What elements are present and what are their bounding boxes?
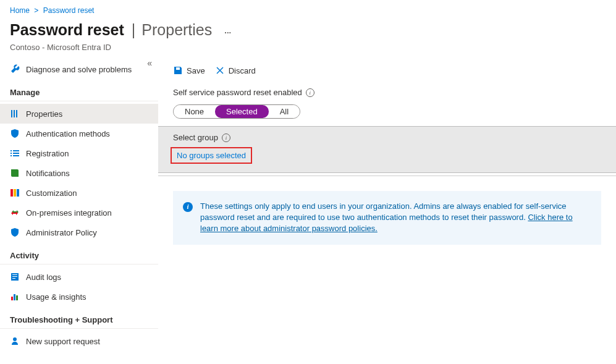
select-group-label-row: Select group i (158, 133, 616, 147)
sidebar-item-label: Diagnose and solve problems (26, 65, 132, 74)
select-group-panel: Select group i No groups selected (158, 126, 616, 173)
sidebar-item-label: Notifications (26, 169, 70, 178)
sidebar-item-usage[interactable]: Usage & insights (0, 287, 158, 307)
page-title: Password reset (10, 21, 124, 39)
page-section: Properties (141, 21, 212, 39)
sidebar-item-label: Properties (26, 109, 62, 119)
sidebar-item-label: New support request (26, 337, 100, 346)
main-content: Save Discard Self service password reset… (158, 59, 616, 351)
discard-button[interactable]: Discard (215, 66, 256, 75)
sidebar-item-label: On-premises integration (26, 208, 112, 218)
properties-icon (10, 109, 20, 119)
sidebar-item-label: Usage & insights (26, 292, 86, 302)
no-groups-highlight: No groups selected (171, 147, 252, 164)
sspr-enabled-label: Self service password reset enabled (173, 88, 302, 97)
sidebar-item-label: Registration (26, 149, 69, 158)
svg-rect-6 (12, 278, 15, 279)
svg-rect-2 (17, 189, 19, 197)
shield-icon (10, 227, 20, 237)
sidebar-item-audit-logs[interactable]: Audit logs (0, 267, 158, 287)
breadcrumb-home[interactable]: Home (10, 6, 30, 15)
svg-rect-0 (11, 189, 13, 197)
info-icon[interactable]: i (222, 133, 230, 142)
log-icon (10, 272, 20, 282)
sidebar-section-support: Troubleshooting + Support (0, 307, 158, 329)
save-icon (173, 66, 183, 75)
sidebar-item-properties[interactable]: Properties (0, 104, 158, 124)
chart-icon (10, 292, 20, 302)
svg-point-10 (13, 337, 17, 341)
sidebar-item-label: Customization (26, 188, 77, 198)
sspr-segmented-control: None Selected All (173, 104, 300, 119)
breadcrumb-separator: > (32, 6, 41, 15)
info-callout-text: These settings only apply to end users i… (200, 201, 567, 222)
toolbar: Save Discard (158, 59, 616, 84)
sidebar-item-onprem[interactable]: On-premises integration (0, 203, 158, 222)
more-actions-button[interactable]: ··· (224, 28, 231, 37)
info-callout: i These settings only apply to end users… (173, 191, 601, 245)
sidebar-item-new-support-request[interactable]: New support request (0, 331, 158, 351)
svg-rect-1 (14, 189, 16, 197)
sidebar-item-auth-methods[interactable]: Authentication methods (0, 124, 158, 143)
wrench-icon (10, 64, 20, 74)
sync-icon (10, 208, 20, 218)
sspr-enabled-label-row: Self service password reset enabled i (158, 84, 616, 103)
svg-rect-9 (16, 295, 18, 300)
sidebar-item-label: Authentication methods (26, 129, 110, 138)
support-icon (10, 336, 20, 346)
select-group-label: Select group (173, 133, 218, 142)
svg-rect-8 (14, 294, 15, 300)
no-groups-selected-link[interactable]: No groups selected (177, 151, 246, 160)
sidebar-section-manage: Manage (0, 79, 158, 101)
book-icon (10, 168, 20, 178)
breadcrumb: Home > Password reset (0, 0, 616, 17)
sidebar-item-registration[interactable]: Registration (0, 143, 158, 163)
save-button-label: Save (187, 66, 205, 75)
sidebar: « Diagnose and solve problems Manage Pro… (0, 59, 158, 351)
palette-icon (10, 188, 20, 198)
page-header: Password reset | Properties ··· (0, 17, 616, 43)
checklist-icon (10, 148, 20, 158)
sidebar-item-customization[interactable]: Customization (0, 183, 158, 203)
sidebar-item-admin-policy[interactable]: Administrator Policy (0, 222, 158, 242)
info-icon[interactable]: i (306, 88, 314, 97)
sidebar-item-diagnose[interactable]: Diagnose and solve problems (0, 59, 158, 79)
svg-rect-4 (12, 274, 17, 275)
svg-rect-5 (12, 276, 17, 277)
sidebar-item-notifications[interactable]: Notifications (0, 163, 158, 183)
sspr-option-none[interactable]: None (174, 105, 215, 118)
sidebar-item-label: Administrator Policy (26, 228, 97, 237)
sidebar-section-activity: Activity (0, 242, 158, 265)
sspr-option-selected[interactable]: Selected (215, 105, 269, 118)
info-callout-body: These settings only apply to end users i… (200, 201, 591, 235)
divider (158, 176, 616, 176)
sspr-option-all[interactable]: All (269, 105, 300, 118)
discard-icon (215, 66, 225, 75)
save-button[interactable]: Save (173, 66, 205, 75)
info-icon: i (183, 202, 193, 212)
page-subtitle: Contoso - Microsoft Entra ID (0, 43, 616, 59)
sidebar-item-label: Audit logs (26, 273, 61, 282)
collapse-sidebar-button[interactable]: « (147, 58, 152, 68)
discard-button-label: Discard (229, 66, 256, 75)
svg-rect-7 (11, 297, 13, 300)
shield-icon (10, 129, 20, 138)
title-separator: | (132, 21, 136, 39)
breadcrumb-current[interactable]: Password reset (43, 6, 95, 15)
